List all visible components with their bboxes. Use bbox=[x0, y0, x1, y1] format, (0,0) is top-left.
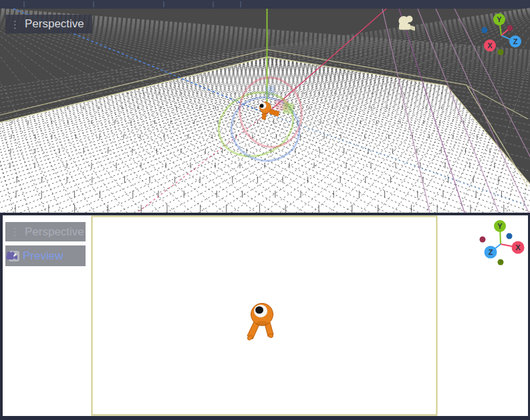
svg-text:X: X bbox=[487, 41, 493, 49]
camera-icon bbox=[5, 251, 19, 261]
editor-window: YZX YXZ ⋮ Perspective ⋮ Perspective ✓ Pr… bbox=[0, 0, 530, 420]
axis-ball-negative[interactable] bbox=[498, 49, 504, 56]
character-pupil bbox=[260, 104, 264, 108]
character-pupil bbox=[255, 306, 263, 314]
svg-text:Z: Z bbox=[513, 37, 518, 45]
axis-ball-negative[interactable] bbox=[480, 237, 486, 243]
viewport-top-bar bbox=[0, 0, 530, 9]
axis-ball-negative[interactable] bbox=[507, 233, 513, 239]
preview-viewport-menu-button[interactable]: ⋮ Perspective bbox=[5, 222, 86, 241]
svg-text:X: X bbox=[515, 243, 521, 251]
plane-handle bbox=[265, 86, 275, 96]
axis-ball-negative[interactable] bbox=[482, 27, 488, 33]
viewport-label: Perspective bbox=[25, 17, 84, 31]
svg-text:Y: Y bbox=[497, 15, 502, 23]
svg-text:Z: Z bbox=[489, 248, 493, 256]
axis-ball-negative[interactable] bbox=[507, 25, 513, 31]
viewport-menu-button[interactable]: ⋮ Perspective bbox=[5, 15, 92, 33]
menu-dots-icon: ⋮ bbox=[10, 227, 20, 237]
menu-dots-icon: ⋮ bbox=[10, 19, 20, 29]
preview-label: Preview bbox=[23, 249, 63, 263]
axis-ball-negative[interactable] bbox=[498, 259, 504, 266]
svg-text:Y: Y bbox=[497, 222, 503, 230]
viewport-label: Perspective bbox=[25, 225, 84, 239]
camera-preview-toggle[interactable]: ✓ Preview bbox=[5, 245, 86, 266]
viewport-camera-preview[interactable]: YXZ bbox=[0, 213, 530, 420]
plane-handle bbox=[283, 102, 294, 114]
